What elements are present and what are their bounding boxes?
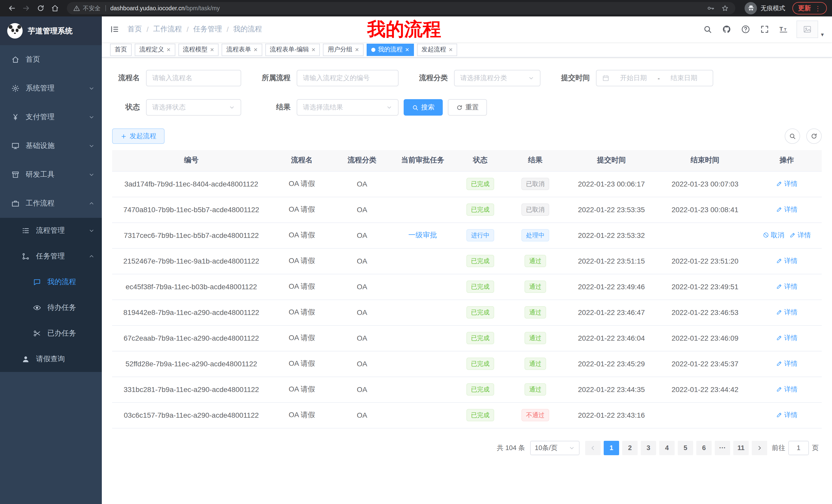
search-button[interactable]: 搜索: [404, 99, 443, 116]
tab-user-group[interactable]: 用户分组×: [323, 44, 364, 56]
detail-action-link[interactable]: 详情: [776, 308, 798, 317]
reset-button[interactable]: 重置: [448, 99, 487, 116]
close-icon[interactable]: ×: [449, 46, 452, 53]
search-icon[interactable]: [703, 25, 712, 34]
page-button-3[interactable]: 3: [641, 441, 656, 455]
breadcrumb-item[interactable]: 我的流程: [233, 25, 262, 34]
status-select[interactable]: 请选择状态: [146, 99, 241, 116]
sidebar-item-my-process[interactable]: 我的流程: [0, 269, 102, 295]
current-task-link[interactable]: 一级审批: [408, 231, 437, 239]
cancel-action-link[interactable]: 取消: [762, 231, 784, 240]
sidebar-item-home[interactable]: 首页: [0, 45, 102, 74]
back-icon[interactable]: [5, 2, 19, 15]
sidebar-item-system-management[interactable]: 系统管理: [0, 74, 102, 103]
sidebar-item-dev-tools[interactable]: 研发工具: [0, 160, 102, 189]
cell-status: 已完成: [454, 248, 506, 274]
status-tag: 已完成: [466, 332, 494, 344]
cell-category: OA: [333, 376, 391, 402]
close-icon[interactable]: ×: [312, 46, 315, 53]
detail-action-link[interactable]: 详情: [776, 179, 798, 189]
page-button-6[interactable]: 6: [696, 441, 712, 455]
toggle-search-button[interactable]: [785, 129, 800, 144]
tab-my-process[interactable]: 我的流程×: [367, 44, 414, 56]
sidebar-item-process-management[interactable]: 流程管理: [0, 218, 102, 244]
detail-action-link[interactable]: 详情: [776, 385, 798, 394]
result-select[interactable]: 请选择流结果: [297, 99, 398, 116]
page-size-value: 10条/页: [535, 443, 557, 452]
close-icon[interactable]: ×: [355, 46, 359, 53]
detail-action-link[interactable]: 详情: [776, 256, 798, 265]
sidebar-item-task-management[interactable]: 任务管理: [0, 244, 102, 269]
page-button-5[interactable]: 5: [678, 441, 693, 455]
detail-action-link[interactable]: 详情: [776, 411, 798, 420]
user-avatar[interactable]: ▾: [797, 21, 824, 38]
page-button-4[interactable]: 4: [659, 441, 675, 455]
tab-start-process[interactable]: 发起流程×: [417, 44, 457, 56]
create-process-button[interactable]: 发起流程: [112, 129, 164, 144]
close-icon[interactable]: ×: [166, 46, 171, 53]
tab-process-form[interactable]: 流程表单×: [222, 44, 262, 56]
forward-icon[interactable]: [20, 2, 33, 15]
breadcrumb-item[interactable]: 任务管理: [193, 25, 222, 34]
tab-process-model[interactable]: 流程模型×: [178, 44, 218, 56]
cell-process-name: OA 请假: [270, 274, 333, 300]
sidebar-item-done-tasks[interactable]: 已办任务: [0, 320, 102, 346]
detail-action-link[interactable]: 详情: [789, 231, 811, 240]
prev-page-button[interactable]: [585, 441, 601, 455]
sidebar-item-leave-query[interactable]: 请假查询: [0, 346, 102, 372]
close-icon[interactable]: ×: [405, 46, 409, 53]
submit-time-range-picker[interactable]: 开始日期 - 结束日期: [596, 70, 713, 86]
github-icon[interactable]: [722, 25, 731, 34]
tab-process-form-edit[interactable]: 流程表单-编辑×: [265, 44, 320, 56]
date-separator: -: [657, 74, 661, 82]
cell-end-time: 2022-01-23 00:07:03: [658, 171, 752, 197]
breadcrumb-item[interactable]: 首页: [128, 25, 142, 34]
category-select[interactable]: 请选择流程分类: [454, 70, 541, 86]
next-page-button[interactable]: [752, 441, 767, 455]
app-logo[interactable]: 芋道管理系统: [0, 17, 102, 45]
key-icon[interactable]: [706, 4, 715, 12]
page-button-1[interactable]: 1: [604, 441, 619, 455]
sidebar-item-payment-management[interactable]: 支付管理: [0, 103, 102, 132]
refresh-table-button[interactable]: [806, 129, 822, 144]
main-area: 首页/工作流程/任务管理/我的流程 我的流程 TT ▾ 首页流程定义×流程模型×…: [102, 17, 832, 504]
detail-action-link[interactable]: 详情: [776, 359, 798, 368]
page-button-2[interactable]: 2: [622, 441, 638, 455]
home-icon[interactable]: [48, 2, 62, 15]
fullscreen-icon[interactable]: [760, 25, 770, 34]
detail-action-link[interactable]: 详情: [776, 333, 798, 343]
hamburger-icon[interactable]: [110, 25, 119, 34]
detail-action-link[interactable]: 详情: [776, 205, 798, 214]
category-placeholder: 请选择流程分类: [460, 74, 507, 83]
cell-actions: 详情: [752, 171, 822, 197]
tab-home[interactable]: 首页: [110, 44, 132, 56]
page-size-select[interactable]: 10条/页: [530, 441, 579, 455]
jump-unit: 页: [812, 443, 818, 452]
close-icon[interactable]: ×: [254, 46, 257, 53]
jump-page-input[interactable]: 1: [788, 441, 809, 455]
update-button[interactable]: 更新 ⋮: [792, 2, 827, 15]
process-name-input[interactable]: 请输入流程名: [146, 70, 241, 86]
table-row: ec45f38f-7b9a-11ec-b03b-acde48001122OA 请…: [112, 274, 822, 300]
tab-process-definition[interactable]: 流程定义×: [135, 44, 175, 56]
sidebar-item-todo-tasks[interactable]: 待办任务: [0, 295, 102, 320]
address-bar[interactable]: 不安全 dashboard.yudao.iocoder.cn/bpm/task/…: [67, 2, 735, 15]
refresh-icon[interactable]: [34, 2, 47, 15]
sidebar-item-workflow[interactable]: 工作流程: [0, 189, 102, 218]
cell-current-task: [391, 351, 454, 376]
font-size-icon[interactable]: TT: [779, 25, 788, 34]
briefcase-icon: [11, 199, 20, 207]
detail-action-link[interactable]: 详情: [776, 282, 798, 291]
star-icon[interactable]: [721, 4, 729, 12]
process-definition-input[interactable]: 请输入流程定义的编号: [297, 70, 398, 86]
help-icon[interactable]: [741, 25, 751, 34]
browser-chrome: 不安全 dashboard.yudao.iocoder.cn/bpm/task/…: [0, 0, 832, 17]
close-icon[interactable]: ×: [210, 46, 214, 53]
page-button-11[interactable]: 11: [733, 441, 749, 455]
chevron-left-icon: [590, 445, 596, 451]
breadcrumb-item[interactable]: 工作流程: [153, 25, 182, 34]
sidebar-item-infrastructure[interactable]: 基础设施: [0, 132, 102, 160]
logo-avatar-icon: [7, 23, 23, 38]
more-pages-button[interactable]: ···: [715, 441, 730, 455]
cell-current-task: [391, 197, 454, 222]
